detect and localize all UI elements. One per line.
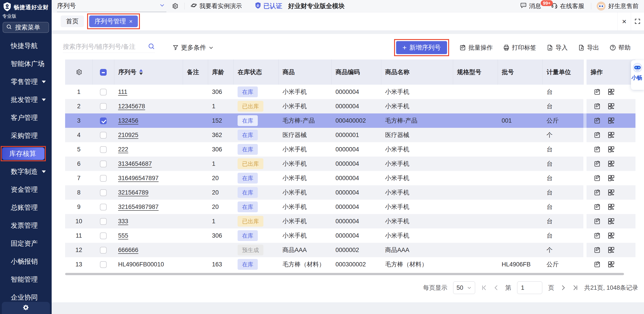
export-button[interactable]: 导出 [578,44,599,52]
sort-icons[interactable] [139,69,143,75]
qrcode-icon[interactable] [608,88,615,96]
qrcode-icon[interactable] [608,261,615,268]
serial-link[interactable]: 316496547897 [118,175,158,182]
sidebar-item-5[interactable]: 客户管理 [0,109,52,127]
row-checkbox[interactable] [100,118,107,124]
row-checkbox[interactable] [100,89,107,96]
serial-link[interactable]: 210925 [118,132,138,138]
sidebar-item-9[interactable]: 资金管理 [0,180,52,198]
prev-page-button[interactable] [493,284,500,291]
batch-operation-button[interactable]: 批量操作 [460,44,493,52]
horizontal-scrollbar[interactable] [65,273,636,275]
user-avatar[interactable] [596,2,606,10]
serial-link[interactable]: HL4906FB00010 [118,261,164,268]
qrcode-icon[interactable] [608,160,615,167]
sidebar-item-3[interactable]: 零售管理 [0,73,52,91]
sidebar-settings-button[interactable] [2,302,50,314]
row-checkbox[interactable] [100,103,107,110]
qrcode-icon[interactable] [608,132,615,138]
tab-close-icon[interactable]: × [129,18,132,25]
tab-serial-management[interactable]: 序列号管理 × [89,16,138,27]
select-all-checkbox[interactable] [100,69,107,76]
sidebar-item-1[interactable]: 快捷导航 [0,37,52,55]
print-label-button[interactable]: 打印标签 [503,44,536,52]
qrcode-icon[interactable] [608,218,615,225]
row-checkbox[interactable] [100,261,107,268]
import-button[interactable]: 导入 [546,44,568,52]
fullscreen-button[interactable] [631,12,644,30]
qrcode-icon[interactable] [608,203,615,210]
sidebar-item-8[interactable]: 数字制造 [0,162,52,180]
row-checkbox[interactable] [100,175,107,182]
sidebar-item-2[interactable]: 智能体广场 [0,55,52,73]
user-name[interactable]: 好生意售前 [608,2,638,10]
qrcode-icon[interactable] [608,189,615,196]
assistant-widget[interactable]: 小畅 [631,60,644,90]
online-service-button[interactable]: 在线客服 [551,2,584,10]
edit-icon[interactable] [594,88,601,96]
next-page-button[interactable] [560,284,566,291]
search-box[interactable] [63,43,155,53]
qrcode-icon[interactable] [608,103,615,110]
settings-gear-button[interactable] [171,2,178,10]
sidebar-item-11[interactable]: 发票管理 [0,216,52,234]
certified-badge[interactable]: 企 已认证 [254,2,282,10]
edit-icon[interactable] [594,203,601,210]
more-filters-button[interactable]: 更多条件 [172,43,214,52]
first-page-button[interactable] [481,284,487,291]
sidebar-item-7[interactable]: 库存核算 [0,145,52,162]
serial-link[interactable]: 666666 [118,246,138,253]
row-checkbox[interactable] [100,189,107,196]
row-checkbox[interactable] [100,146,107,153]
page-number-input[interactable] [517,282,542,294]
qrcode-icon[interactable] [608,146,615,153]
edit-icon[interactable] [594,103,601,110]
row-checkbox[interactable] [100,232,107,239]
qrcode-icon[interactable] [608,232,615,239]
edit-icon[interactable] [594,246,601,254]
qrcode-icon[interactable] [608,174,615,182]
add-serial-button[interactable]: + 新增序列号 [396,41,447,54]
serial-link[interactable]: 321654987987 [118,204,158,210]
serial-link[interactable]: 111 [118,88,127,95]
serial-link[interactable]: 555 [118,232,128,239]
messages-button[interactable]: 消息 99+ [520,2,541,10]
sidebar-item-6[interactable]: 采购管理 [0,127,52,145]
column-serial[interactable]: 序列号 [118,68,136,76]
sidebar-item-14[interactable]: 智能管理 [0,270,52,288]
sidebar-item-13[interactable]: 小畅报销 [0,252,52,270]
row-checkbox[interactable] [100,204,107,210]
serial-link[interactable]: 132456 [118,117,138,124]
edit-icon[interactable] [594,218,601,225]
serial-link[interactable]: 333 [118,218,128,224]
edit-icon[interactable] [594,160,601,167]
menu-search-input[interactable]: 搜索菜单 [3,22,49,33]
column-settings-icon[interactable] [75,68,82,75]
sidebar-item-12[interactable]: 固定资产 [0,234,52,252]
qrcode-icon[interactable] [608,117,615,124]
serial-link[interactable]: 321564789 [118,189,148,196]
row-checkbox[interactable] [100,218,107,225]
edit-icon[interactable] [594,232,601,239]
edit-icon[interactable] [594,189,601,196]
serial-link[interactable]: 12345678 [118,103,145,110]
per-page-select[interactable]: 50 [453,282,475,294]
serial-link[interactable]: 3134654687 [118,160,152,167]
row-checkbox[interactable] [100,132,107,138]
module-select-dropdown[interactable]: 序列号 [57,0,166,12]
qrcode-icon[interactable] [608,246,615,254]
row-checkbox[interactable] [100,247,107,254]
edit-icon[interactable] [594,261,601,268]
last-page-button[interactable] [572,284,578,291]
search-input[interactable] [63,43,139,50]
sidebar-item-4[interactable]: 批发管理 [0,91,52,109]
row-checkbox[interactable] [100,160,107,167]
sidebar-item-10[interactable]: 总账管理 [0,198,52,216]
serial-link[interactable]: 222 [118,146,128,153]
edit-icon[interactable] [594,132,601,138]
edit-icon[interactable] [594,146,601,153]
close-page-button[interactable]: × [618,12,631,30]
edit-icon[interactable] [594,117,601,124]
demo-link[interactable]: 我要看实例演示 [190,2,242,10]
search-icon[interactable] [148,43,155,51]
